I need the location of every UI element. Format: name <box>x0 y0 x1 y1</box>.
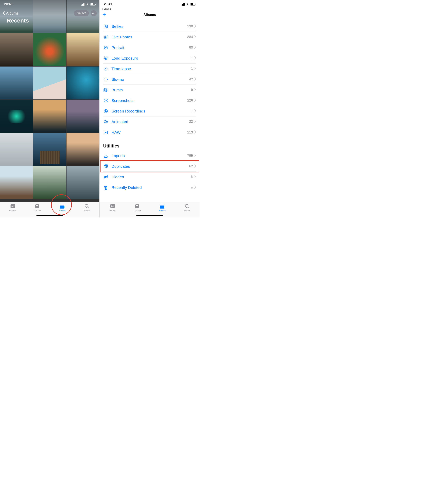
album-row-screenshots[interactable]: Screenshots226 <box>103 95 196 106</box>
photo-thumbnail[interactable] <box>66 133 99 166</box>
row-label: Screen Recordings <box>112 109 191 114</box>
row-count: 1 <box>191 56 194 60</box>
hidden-icon <box>103 174 108 180</box>
add-button[interactable]: + <box>102 11 106 18</box>
chevron-right-icon <box>194 25 196 28</box>
row-count: 226 <box>187 98 194 102</box>
photo-thumbnail[interactable] <box>0 133 33 166</box>
album-row-hidden[interactable]: Hidden <box>103 172 196 182</box>
album-row-animated[interactable]: Animated22 <box>103 116 196 127</box>
svg-point-22 <box>104 78 107 81</box>
back-label: Albums <box>6 11 19 16</box>
slomo-icon <box>103 77 108 82</box>
status-time: 20:43 <box>4 2 25 6</box>
svg-point-17 <box>105 58 106 59</box>
album-row-imports[interactable]: Imports799 <box>103 150 196 161</box>
svg-rect-31 <box>104 165 107 168</box>
photo-thumbnail[interactable] <box>33 66 66 99</box>
photo-thumbnail[interactable] <box>33 100 66 133</box>
chevron-right-icon <box>194 67 196 71</box>
tab-search[interactable]: Search <box>175 202 200 217</box>
status-icons <box>81 3 96 6</box>
photo-thumbnail[interactable] <box>66 66 99 99</box>
chevron-left-icon <box>3 11 5 15</box>
lock-icon <box>190 186 194 189</box>
photo-thumbnail[interactable] <box>33 33 66 66</box>
back-button[interactable]: Albums <box>3 11 19 16</box>
photo-grid[interactable] <box>0 0 99 202</box>
tab-label: Albums <box>59 209 65 212</box>
album-row-longexp[interactable]: Long Exposure1 <box>103 53 196 64</box>
row-label: Time-lapse <box>112 66 191 71</box>
svg-point-5 <box>12 205 12 206</box>
tab-search[interactable]: Search <box>75 202 100 217</box>
bursts-icon <box>103 87 108 93</box>
chevron-right-icon <box>194 78 196 81</box>
more-button[interactable] <box>91 10 97 16</box>
tab-label: Search <box>184 209 191 212</box>
deleted-icon <box>103 185 108 190</box>
album-row-live[interactable]: Live Photos884 <box>103 32 196 42</box>
row-label: Hidden <box>112 175 190 179</box>
breadcrumb-label: Search <box>104 8 111 10</box>
row-count: 213 <box>187 131 194 134</box>
longexp-icon <box>103 56 108 61</box>
status-bar: 20:43 <box>0 0 99 8</box>
tab-label: For You <box>134 209 141 212</box>
animated-icon <box>103 119 108 124</box>
row-count: 1 <box>191 109 194 113</box>
albums-list[interactable]: Selfies238Live Photos884Portrait80Long E… <box>100 21 200 202</box>
svg-rect-35 <box>191 176 192 178</box>
tab-library[interactable]: Library <box>100 202 125 217</box>
album-row-portrait[interactable]: Portrait80 <box>103 42 196 53</box>
nav-bar: Albums Select Recents <box>0 8 99 25</box>
photo-thumbnail[interactable] <box>0 66 33 99</box>
album-row-slomo[interactable]: Slo-mo42 <box>103 74 196 85</box>
status-icons <box>182 3 196 6</box>
row-label: Duplicates <box>112 164 189 169</box>
chevron-right-icon <box>194 154 196 158</box>
albums-icon <box>59 204 65 209</box>
chevron-right-icon <box>194 175 196 179</box>
row-label: Imports <box>112 154 187 158</box>
row-count: 9 <box>191 88 194 92</box>
lock-icon <box>190 175 194 179</box>
library-icon <box>10 204 15 209</box>
row-count: 1 <box>191 67 194 71</box>
photo-thumbnail[interactable] <box>66 33 99 66</box>
album-row-deleted[interactable]: Recently Deleted <box>103 182 196 193</box>
row-label: RAW <box>112 130 187 135</box>
photo-thumbnail[interactable] <box>33 133 66 166</box>
album-row-screenrec[interactable]: Screen Recordings1 <box>103 106 196 116</box>
home-indicator[interactable] <box>136 215 163 216</box>
photo-thumbnail[interactable] <box>0 100 33 133</box>
row-count: 799 <box>187 154 194 158</box>
album-row-duplicates[interactable]: Duplicates62 <box>103 161 196 172</box>
tab-library[interactable]: Library <box>0 202 25 217</box>
photo-thumbnail[interactable] <box>0 33 33 66</box>
album-row-selfies[interactable]: Selfies238 <box>103 21 196 32</box>
photo-thumbnail[interactable] <box>66 100 99 133</box>
breadcrumb-back[interactable]: Search <box>100 8 200 10</box>
album-row-timelapse[interactable]: Time-lapse1 <box>103 64 196 74</box>
selfies-icon <box>103 24 108 29</box>
svg-text:R: R <box>105 131 107 133</box>
row-count: 42 <box>189 77 194 81</box>
page-title: Recents <box>3 17 97 24</box>
home-indicator[interactable] <box>36 215 63 216</box>
cellular-icon <box>81 3 85 6</box>
tab-label: Albums <box>159 209 166 212</box>
album-row-bursts[interactable]: Bursts9 <box>103 85 196 95</box>
phone-recents: 20:43 Albums Select Recents <box>0 0 100 217</box>
photo-thumbnail[interactable] <box>33 166 66 199</box>
cellular-icon <box>182 3 185 6</box>
photo-thumbnail[interactable] <box>66 166 99 199</box>
svg-point-26 <box>105 100 106 101</box>
row-label: Bursts <box>112 88 191 92</box>
album-row-raw[interactable]: RRAW213 <box>103 127 196 138</box>
chevron-right-icon <box>194 99 196 102</box>
select-button[interactable]: Select <box>74 10 89 16</box>
svg-point-2 <box>95 13 96 14</box>
row-label: Long Exposure <box>112 56 191 60</box>
photo-thumbnail[interactable] <box>0 166 33 199</box>
